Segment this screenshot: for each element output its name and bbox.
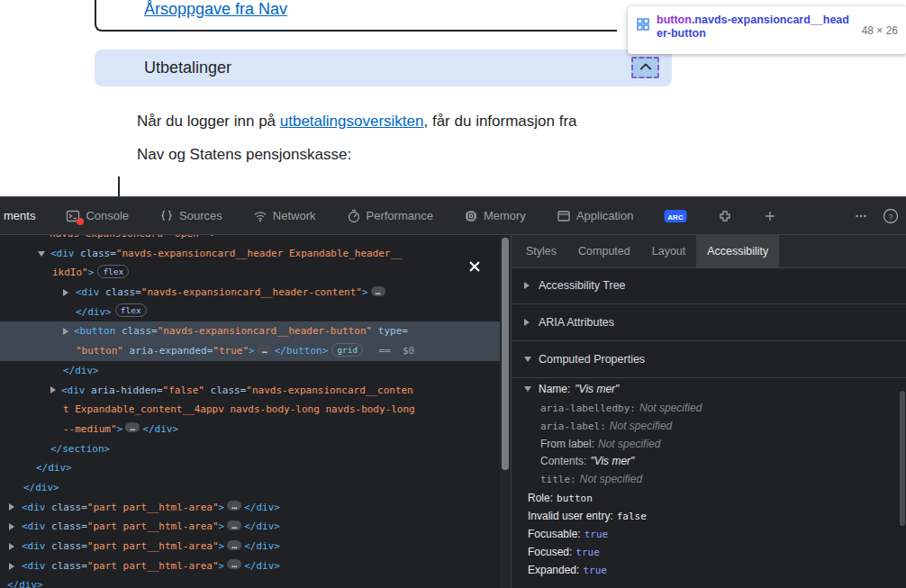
expand-arrow-icon[interactable] <box>50 386 56 394</box>
dom-tree-row[interactable]: <button class="navds-expansioncard__head… <box>0 321 511 341</box>
code-token: > <box>204 235 216 240</box>
utbetalingsoversikten-link[interactable]: utbetalingsoversikten <box>280 113 424 130</box>
help-icon[interactable]: ? <box>883 208 899 224</box>
code-token: navds-expansioncard--open" <box>50 235 204 240</box>
dom-row-code: <div class="part part__html-area">…</div… <box>0 502 280 513</box>
dom-row-code: ikdIo">flex <box>0 267 132 278</box>
property-key: Focused: <box>528 546 572 558</box>
expansion-card-utbetalinger[interactable]: Utbetalinger <box>95 50 672 86</box>
devtools-tab-elements[interactable]: ments <box>2 197 50 234</box>
dom-tree-row[interactable]: </section> <box>0 439 511 459</box>
dom-tree-row[interactable]: </div> <box>0 575 511 588</box>
section-label: ARIA Attributes <box>539 316 614 329</box>
devtools-tab-more-tools[interactable] <box>747 197 793 234</box>
expand-inline-button[interactable]: … <box>258 345 272 355</box>
collapse-arrow-icon[interactable] <box>524 357 531 362</box>
name-source-row: aria-label:Not specified <box>512 418 906 436</box>
collapse-arrow-icon[interactable] <box>524 386 531 392</box>
devtools-tab-network[interactable]: Network <box>238 197 331 234</box>
dom-tree-row[interactable]: <div class="navds-expansioncard__header … <box>0 244 511 264</box>
devtools-tab-memory[interactable]: Memory <box>448 197 541 234</box>
scrollbar-thumb[interactable] <box>502 238 509 470</box>
expand-inline-button[interactable]: … <box>227 520 241 530</box>
code-token: > <box>249 345 255 357</box>
expand-arrow-icon[interactable] <box>524 282 530 289</box>
tab-accessibility[interactable]: Accessibility <box>696 235 779 267</box>
dom-tree-row[interactable]: </div> <box>0 478 511 498</box>
sidebar-scrollbar-thumb[interactable] <box>900 391 905 526</box>
expand-arrow-icon[interactable] <box>524 319 530 326</box>
expand-inline-button[interactable]: … <box>227 559 241 569</box>
expand-arrow-icon[interactable] <box>9 523 14 530</box>
elements-panel: navds-expansioncard--open" ><div class="… <box>0 235 512 588</box>
dom-tree-row[interactable]: t Expandable_content__4appv navds-body-l… <box>0 400 511 420</box>
code-token: class= <box>204 384 246 396</box>
code-token: </section> <box>50 443 110 455</box>
flex-badge[interactable]: flex <box>97 265 129 278</box>
expand-inline-button[interactable]: … <box>227 501 241 511</box>
dom-tree-row[interactable]: <div class="navds-expansioncard__header-… <box>0 283 511 303</box>
arc-icon: ARC <box>664 209 687 223</box>
chevron-up-icon <box>638 60 654 76</box>
dom-row-code: <button class="navds-expansioncard__head… <box>0 325 408 337</box>
flex-badge[interactable]: flex <box>115 303 147 317</box>
memory-icon <box>464 209 478 223</box>
dom-tree-row[interactable]: <div class="part part__html-area">…</div… <box>0 537 511 556</box>
expand-arrow-icon[interactable] <box>63 289 68 296</box>
dom-tree-row[interactable]: navds-expansioncard--open" > <box>0 235 511 244</box>
property-value: true <box>584 529 609 540</box>
dom-tree-row[interactable]: ikdIo">flex <box>0 263 511 283</box>
code-token: "part part__html-area" <box>87 540 219 552</box>
dom-tree-row[interactable]: "button" aria-expanded="true">…</button>… <box>0 341 511 361</box>
svg-text:ARC: ARC <box>668 213 684 221</box>
devtools-tab-application[interactable]: Application <box>541 197 649 234</box>
dom-tree-row[interactable]: <div aria-hidden="false" class="navds-ex… <box>0 381 511 401</box>
tab-styles[interactable]: Styles <box>515 235 567 267</box>
dom-tree-row[interactable]: --medium">…</div> <box>0 420 511 439</box>
dom-tree-row[interactable]: <div class="part part__html-area">…</div… <box>0 556 511 576</box>
devtools-tab-sources[interactable]: Sources <box>144 197 238 234</box>
code-token: > <box>88 267 95 278</box>
code-token: > <box>219 520 225 532</box>
dom-tree-row[interactable]: </div> <box>0 458 511 478</box>
expansion-card-toggle-button[interactable] <box>631 57 659 78</box>
code-token: </div> <box>244 540 280 552</box>
name-source-row: title:Not specified <box>512 471 906 489</box>
dom-tree-row[interactable]: <div class="part part__html-area">…</div… <box>0 517 511 537</box>
expand-inline-button[interactable]: … <box>125 422 140 432</box>
expand-arrow-icon[interactable] <box>9 503 14 511</box>
expand-arrow-icon[interactable] <box>63 328 68 335</box>
section-computed-properties[interactable]: Computed Properties <box>512 341 906 378</box>
dom-tree-row[interactable]: </div>flex <box>0 303 511 322</box>
svg-text:?: ? <box>888 212 892 221</box>
expand-inline-button[interactable]: … <box>227 540 241 550</box>
tab-layout[interactable]: Layout <box>641 235 697 267</box>
code-token: <div <box>22 540 46 552</box>
expand-arrow-icon[interactable] <box>9 543 14 550</box>
devtools-tab-performance[interactable]: Performance <box>331 197 448 234</box>
code-token: > <box>219 540 225 552</box>
dom-tree-row[interactable]: </div> <box>0 361 511 381</box>
elements-scrollbar[interactable] <box>500 235 511 588</box>
expand-arrow-icon[interactable] <box>9 563 14 570</box>
tab-computed[interactable]: Computed <box>567 235 641 267</box>
collapse-arrow-icon[interactable] <box>38 251 45 257</box>
arsoppgave-link[interactable]: Årsoppgave fra Nav <box>144 0 287 19</box>
dom-row-code: t Expandable_content__4appv navds-body-l… <box>0 403 415 415</box>
devtools-tab-extension[interactable] <box>702 197 747 234</box>
dom-tree-row[interactable]: <div class="part part__html-area">…</div… <box>0 498 511 518</box>
code-token: </div> <box>244 520 280 532</box>
section-accessibility-tree[interactable]: Accessibility Tree <box>512 267 906 304</box>
devtools-tab-console[interactable]: Console <box>50 197 144 234</box>
more-icon[interactable] <box>854 209 868 223</box>
devtools-tab-arc[interactable]: ARC <box>648 197 702 234</box>
code-token: "navds-expansioncard__header Expandable_… <box>116 248 403 259</box>
paragraph: Når du logger inn på utbetalingsoversikt… <box>137 104 577 171</box>
computed-name-row[interactable]: Name:"Vis mer" <box>512 378 906 400</box>
selector-tag: button <box>657 14 692 26</box>
code-token: class= <box>100 286 141 298</box>
grid-badge[interactable]: grid <box>331 343 363 357</box>
section-aria-attributes[interactable]: ARIA Attributes <box>512 304 906 341</box>
expand-inline-button[interactable]: … <box>371 286 385 296</box>
paragraph-text: , får du informasjon fra <box>424 113 577 130</box>
